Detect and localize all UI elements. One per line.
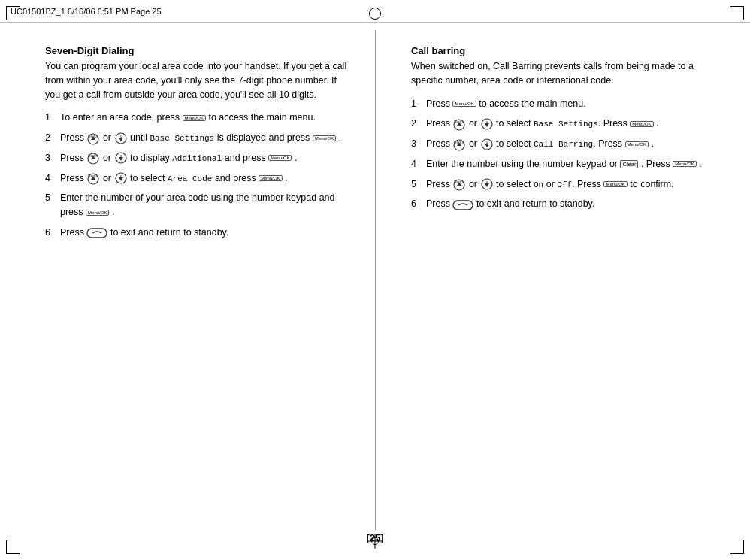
left-step-2: 2 Press Redial or υ until Base Settings …	[45, 131, 348, 145]
radial-dn-icon: υ	[480, 117, 494, 131]
right-step-6: 6 Press to exit and return to standby.	[411, 197, 723, 211]
left-column: Seven-Digit Dialing You can program your…	[0, 24, 375, 560]
right-column: Call barring When switched on, Call Barr…	[375, 24, 750, 560]
right-step-5: 5 Press Redial or υ to select On or Off.…	[411, 177, 723, 192]
step-num: 5	[45, 191, 57, 205]
main-content: Seven-Digit Dialing You can program your…	[0, 24, 750, 560]
menu-ok-icon: Menu/OK	[183, 115, 206, 121]
right-step-2: 2 Press Redial or υ to select Base Setti…	[411, 117, 723, 131]
left-step-4: 4 Press Redial or υ to select Area Code …	[45, 171, 348, 186]
step-text: Enter the number of your area code using…	[60, 191, 348, 219]
header-text: UC01501BZ_1 6/16/06 6:51 PM Page 25	[11, 7, 162, 16]
radial-up-icon: Redial	[86, 171, 100, 185]
menu-ok-icon-3: Menu/OK	[268, 155, 292, 161]
step-text: Press Redial or υ to select Call Barring…	[426, 137, 723, 151]
left-step-3: 3 Press Redial or υ to display Additiona…	[45, 151, 348, 165]
step-text: Press Redial or υ to select On or Off. P…	[426, 177, 723, 192]
left-title: Seven-Digit Dialing	[45, 45, 348, 56]
end-call-icon	[86, 226, 107, 239]
radial-up-icon: Redial	[452, 138, 466, 151]
step-num: 6	[45, 226, 57, 240]
svg-text:υ: υ	[119, 174, 122, 178]
left-step-6: 6 Press to exit and return to standby.	[45, 226, 348, 240]
svg-text:υ: υ	[485, 120, 488, 123]
step-num: 3	[45, 151, 57, 165]
step-text: Press Redial or υ to select Base Setting…	[426, 117, 723, 131]
header-bar: UC01501BZ_1 6/16/06 6:51 PM Page 25	[0, 0, 750, 23]
menu-ok-icon-4: Menu/OK	[259, 175, 282, 181]
step-num: 1	[411, 97, 423, 111]
menu-ok-icon-5: Menu/OK	[603, 181, 627, 187]
right-step-1: 1 Press Menu/OK to access the main menu.	[411, 97, 723, 111]
radial-dn-icon: υ	[114, 132, 128, 145]
right-intro: When switched on, Call Barring prevents …	[411, 59, 723, 88]
step-text: Press Redial or υ until Base Settings is…	[60, 131, 348, 145]
step-num: 4	[411, 157, 423, 171]
svg-text:υ: υ	[119, 134, 122, 138]
step-num: 6	[411, 197, 423, 211]
registration-circle-top	[369, 8, 381, 20]
right-title: Call barring	[411, 45, 723, 56]
step-text: Press Redial or υ to select Area Code an…	[60, 171, 348, 186]
svg-text:υ: υ	[485, 140, 488, 144]
radial-up-icon: Redial	[86, 151, 100, 165]
radial-dn-icon: υ	[114, 151, 128, 165]
left-intro: You can program your local area code int…	[45, 59, 348, 101]
step-num: 5	[411, 177, 423, 192]
menu-ok-icon: Menu/OK	[452, 101, 476, 107]
step-text: Enter the number using the number keypad…	[426, 157, 723, 171]
radial-dn-icon: υ	[480, 138, 494, 151]
right-step-4: 4 Enter the number using the number keyp…	[411, 157, 723, 171]
svg-rect-25	[453, 201, 473, 210]
step-num: 1	[45, 110, 57, 125]
step-text: Press Redial or υ to display Additional …	[60, 151, 348, 165]
step-num: 2	[411, 117, 423, 131]
step-num: 3	[411, 137, 423, 151]
clear-icon: Clear	[620, 160, 638, 169]
menu-ok-icon-5: Menu/OK	[86, 210, 109, 216]
step-num: 4	[45, 171, 57, 186]
radial-dn-icon: υ	[480, 177, 494, 191]
end-call-icon	[452, 198, 473, 211]
left-step-1: 1 To enter an area code, press Menu/OK t…	[45, 110, 348, 125]
menu-ok-icon-2: Menu/OK	[313, 135, 336, 141]
step-text: To enter an area code, press Menu/OK to …	[60, 110, 348, 125]
step-text: Press Menu/OK to access the main menu.	[426, 97, 723, 111]
step-num: 2	[45, 131, 57, 145]
left-step-5: 5 Enter the number of your area code usi…	[45, 191, 348, 219]
page-number: [25]	[366, 532, 383, 543]
svg-text:υ: υ	[119, 154, 122, 158]
step-text: Press to exit and return to standby.	[60, 226, 348, 240]
radial-dn-icon: υ	[114, 171, 128, 185]
radial-up-icon: Redial	[452, 117, 466, 131]
radial-up-icon: Redial	[86, 132, 100, 145]
radial-up-icon: Redial	[452, 177, 466, 191]
step-text: Press to exit and return to standby.	[426, 197, 723, 211]
svg-rect-12	[87, 229, 107, 238]
right-step-3: 3 Press Redial or υ to select Call Barri…	[411, 137, 723, 151]
menu-ok-icon-2: Menu/OK	[630, 121, 653, 127]
svg-text:υ: υ	[485, 180, 488, 184]
menu-ok-icon-4: Menu/OK	[673, 161, 696, 167]
menu-ok-icon-3: Menu/OK	[625, 141, 649, 147]
